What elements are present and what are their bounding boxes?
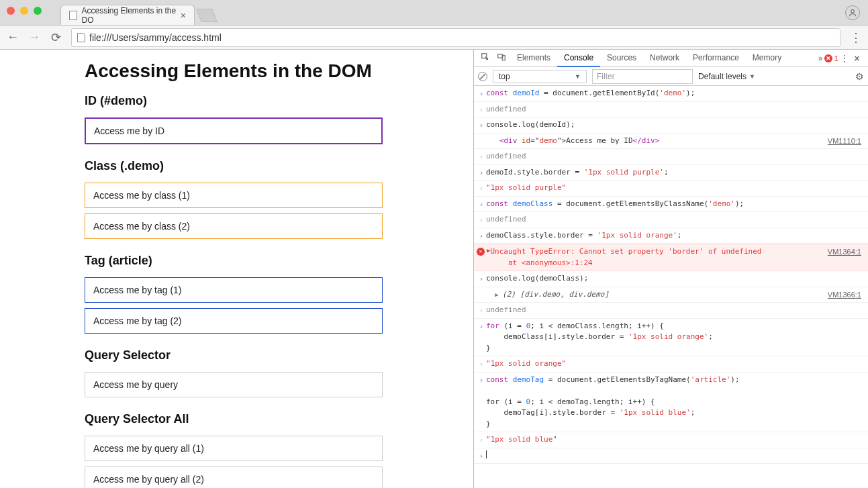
devtools-close-icon[interactable]: × <box>850 52 864 64</box>
section-heading: Query Selector <box>85 348 473 362</box>
browser-toolbar: ← → ⟳ file:///Users/sammy/access.html ⋮ <box>0 26 868 50</box>
url-text: file:///Users/sammy/access.html <box>89 32 222 43</box>
section-heading: Tag (article) <box>85 254 473 268</box>
forward-button: → <box>28 30 40 44</box>
demo-box: Access me by tag (2) <box>85 308 383 334</box>
close-window-icon[interactable] <box>7 7 15 15</box>
source-link[interactable]: VM1364:1 <box>828 246 864 258</box>
console-toolbar: top▼ Filter Default levels▼ ⚙ <box>474 67 868 86</box>
console-row: ›const demoClass = document.getElementsB… <box>474 197 868 213</box>
console-row: ›console.log(demoClass); <box>474 271 868 287</box>
devtools-tab-elements[interactable]: Elements <box>510 50 557 67</box>
page-title: Accessing Elements in the DOM <box>85 60 473 82</box>
section-heading: ID (#demo) <box>85 94 473 108</box>
page-icon <box>77 33 85 42</box>
context-selector[interactable]: top▼ <box>493 70 587 83</box>
inspect-element-icon[interactable] <box>478 52 493 64</box>
console-row: ‹undefined <box>474 149 868 165</box>
log-levels-selector[interactable]: Default levels▼ <box>698 72 755 81</box>
console-row: ›for (i = 0; i < demoClass.length; i++) … <box>474 319 868 357</box>
devtools-tabbar: ElementsConsoleSourcesNetworkPerformance… <box>474 50 868 67</box>
window-titlebar: Accessing Elements in the DO × <box>0 0 868 26</box>
section-heading: Class (.demo) <box>85 159 473 173</box>
source-link[interactable]: VM1366:1 <box>828 289 864 301</box>
more-tabs-icon[interactable]: » <box>818 54 823 63</box>
error-icon: ✕ <box>477 248 485 256</box>
console-row: ›const demoId = document.getElementById(… <box>474 86 868 102</box>
devtools-tab-sources[interactable]: Sources <box>600 50 643 67</box>
console-row: ‹"1px solid purple" <box>474 181 868 197</box>
console-row: ›console.log(demoId); <box>474 117 868 134</box>
demo-box: Access me by class (2) <box>85 213 383 239</box>
console-row: ‹undefined <box>474 303 868 319</box>
console-output[interactable]: ›const demoId = document.getElementById(… <box>474 86 868 488</box>
devtools-menu-icon[interactable]: ⋮ <box>840 53 849 64</box>
clear-console-icon[interactable] <box>478 72 487 81</box>
devtools-tab-console[interactable]: Console <box>557 50 600 67</box>
console-row: ›const demoTag = document.getElementsByT… <box>474 373 868 433</box>
console-row: ‹"1px solid orange" <box>474 356 868 373</box>
console-row: ✕▶Uncaught TypeError: Cannot set propert… <box>474 244 868 271</box>
console-row: ›demoId.style.border = '1px solid purple… <box>474 165 868 181</box>
work-area: Accessing Elements in the DOM ID (#demo)… <box>0 50 868 488</box>
demo-box: Access me by query all (1) <box>85 436 383 461</box>
reload-button[interactable]: ⟳ <box>50 30 62 45</box>
browser-menu-icon[interactable]: ⋮ <box>850 30 861 45</box>
svg-point-0 <box>851 9 855 13</box>
console-row: <div id="demo">Access me by ID</div>VM11… <box>474 134 868 150</box>
minimize-window-icon[interactable] <box>20 7 28 15</box>
tab-title: Accessing Elements in the DO <box>81 6 176 25</box>
devtools-tab-performance[interactable]: Performance <box>686 50 746 67</box>
demo-box: Access me by ID <box>85 117 383 144</box>
tab-strip: Accessing Elements in the DO × <box>60 0 215 25</box>
new-tab-button[interactable] <box>196 9 217 22</box>
page-content: Accessing Elements in the DOM ID (#demo)… <box>0 50 473 488</box>
filter-input[interactable]: Filter <box>592 69 693 84</box>
devtools-tab-network[interactable]: Network <box>643 50 686 67</box>
console-row: ▶ (2) [div.demo, div.demo]VM1366:1 <box>474 287 868 303</box>
console-row: ‹"1px solid blue" <box>474 432 868 448</box>
error-count-badge[interactable]: ✕1 <box>824 54 838 62</box>
window-controls <box>7 7 42 15</box>
console-row: ›demoClass.style.border = '1px solid ora… <box>474 228 868 244</box>
back-button[interactable]: ← <box>7 30 19 44</box>
console-settings-icon[interactable]: ⚙ <box>855 71 864 82</box>
device-toolbar-icon[interactable] <box>494 52 509 64</box>
console-row: ‹undefined <box>474 212 868 228</box>
devtools-tab-memory[interactable]: Memory <box>746 50 788 67</box>
demo-box: Access me by class (1) <box>85 183 383 208</box>
console-row: › <box>474 448 868 464</box>
devtools-panel: ElementsConsoleSourcesNetworkPerformance… <box>473 50 868 488</box>
section-heading: Query Selector All <box>85 412 473 426</box>
profile-avatar-icon[interactable] <box>845 5 860 20</box>
console-row: ‹undefined <box>474 102 868 118</box>
demo-box: Access me by query all (2) <box>85 467 383 488</box>
favicon-icon <box>69 11 77 20</box>
browser-tab[interactable]: Accessing Elements in the DO × <box>60 5 195 25</box>
close-tab-icon[interactable]: × <box>181 10 186 21</box>
address-bar[interactable]: file:///Users/sammy/access.html <box>71 28 840 47</box>
zoom-window-icon[interactable] <box>34 7 42 15</box>
demo-box: Access me by query <box>85 372 383 397</box>
source-link[interactable]: VM1110:1 <box>828 136 864 147</box>
demo-box: Access me by tag (1) <box>85 277 383 303</box>
